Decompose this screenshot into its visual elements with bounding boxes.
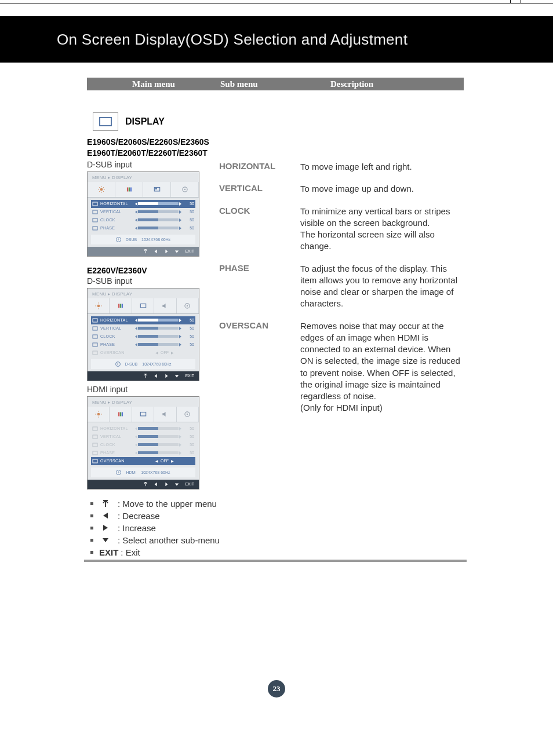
osd-screenshot-2: MENU ▸ DISPLAY HORIZONTAL50VERTICAL50CLO… [87, 288, 199, 381]
row-icon [92, 442, 98, 448]
row-value: 50 [184, 318, 194, 322]
svg-rect-10 [128, 187, 129, 191]
row-icon [92, 201, 98, 207]
svg-marker-43 [166, 374, 168, 378]
submenu-clock: CLOCK [219, 206, 300, 253]
row-slider [135, 427, 181, 430]
row-icon [92, 225, 98, 231]
osd-row: OVERSCAN◀OFF▶ [91, 457, 195, 465]
submenu-vertical: VERTICAL [219, 183, 300, 195]
svg-rect-51 [120, 412, 121, 416]
display-label: DISPLAY [125, 116, 165, 127]
svg-rect-36 [93, 319, 97, 322]
osd-row: CLOCK50 [91, 216, 195, 224]
legend-left-text: : Decrease [118, 510, 160, 522]
svg-marker-21 [155, 250, 157, 253]
row-value: 50 [184, 210, 194, 214]
osd-row: PHASE50 [91, 224, 195, 232]
svg-rect-30 [120, 304, 121, 308]
row-label: HORIZONTAL [100, 318, 133, 322]
row-label: CLOCK [100, 334, 133, 338]
svg-marker-44 [175, 375, 179, 377]
svg-point-45 [97, 412, 100, 415]
row-label: CLOCK [100, 443, 133, 447]
svg-marker-63 [155, 483, 157, 486]
row-slider [135, 218, 181, 221]
osd-row: PHASE50 [91, 449, 195, 457]
svg-line-5 [99, 187, 99, 188]
svg-rect-19 [93, 227, 97, 230]
down-arrow-icon [99, 536, 112, 544]
svg-marker-65 [175, 483, 179, 485]
svg-marker-33 [162, 304, 165, 308]
row-icon [92, 326, 98, 331]
volume-icon [154, 407, 176, 422]
svg-rect-50 [118, 412, 119, 416]
osd-row: VERTICAL50 [91, 208, 195, 216]
svg-marker-23 [175, 250, 179, 253]
osd-footer: EXIT [88, 371, 199, 381]
info-icon: i [115, 361, 121, 367]
desc-overscan: Removes noise that may occur at the edge… [300, 320, 463, 414]
row-label: VERTICAL [100, 326, 133, 330]
svg-point-15 [184, 189, 185, 190]
others-tab-icon [177, 298, 199, 313]
row-value: 50 [184, 326, 194, 330]
right-icon [164, 249, 169, 254]
row-slider [135, 335, 181, 338]
right-arrow-icon [99, 524, 112, 532]
row-icon [92, 317, 98, 323]
svg-rect-60 [93, 451, 97, 455]
svg-rect-16 [93, 202, 97, 206]
svg-point-0 [100, 188, 103, 191]
osd-screenshot-1: MENU ▸ DISPLAY HORIZONTAL50VERTICAL50CLO… [87, 171, 199, 257]
osd-row: VERTICAL50 [91, 433, 195, 441]
up-icon [143, 249, 148, 254]
svg-rect-59 [93, 443, 97, 447]
svg-rect-58 [93, 435, 97, 439]
svg-point-56 [187, 414, 188, 415]
row-icon [92, 209, 98, 215]
desc-vertical: To move image up and down. [300, 183, 463, 195]
legend-exit-label: EXIT [99, 546, 118, 558]
svg-rect-9 [126, 187, 128, 191]
osd-breadcrumb: MENU ▸ DISPLAY [88, 172, 199, 182]
model-list-1: E1960S/E2060S/E2260S/E2360S E1960T/E2060… [87, 137, 470, 159]
osd-row: CLOCK50 [91, 441, 195, 449]
display-tab-icon [132, 298, 154, 313]
svg-point-35 [187, 305, 188, 306]
legend-exit-text: : Exit [121, 546, 140, 558]
row-icon [92, 217, 98, 223]
svg-point-24 [97, 304, 100, 307]
osd-info-bar: i DSUB 1024X768 60Hz [91, 235, 195, 244]
row-label: HORIZONTAL [100, 426, 133, 430]
brightness-icon [88, 298, 110, 313]
col-main-menu: Main menu [87, 79, 220, 89]
svg-line-8 [103, 187, 103, 188]
osd-tab-row [88, 182, 199, 198]
color-icon [115, 182, 143, 197]
svg-marker-22 [166, 250, 168, 253]
row-value: 50 [184, 202, 194, 206]
display-tab-icon [143, 182, 171, 197]
svg-rect-31 [122, 304, 123, 308]
svg-marker-64 [166, 483, 168, 486]
row-label: PHASE [100, 226, 133, 230]
page-title-banner: On Screen Display(OSD) Selection and Adj… [0, 16, 553, 63]
osd-footer: EXIT [88, 480, 199, 489]
row-value: 50 [184, 218, 194, 222]
row-slider [135, 435, 181, 438]
row-slider [135, 443, 181, 446]
svg-rect-39 [93, 343, 97, 346]
row-value: 50 [184, 334, 194, 338]
svg-line-6 [103, 191, 103, 192]
svg-marker-54 [162, 412, 165, 417]
osd-row: HORIZONTAL50 [91, 316, 195, 324]
osd-row: VERTICAL50 [91, 324, 195, 333]
svg-rect-11 [130, 187, 131, 191]
row-value: 50 [184, 451, 194, 455]
others-tab-icon [171, 182, 199, 197]
row-icon [92, 342, 98, 348]
legend-right-text: : Increase [118, 522, 156, 534]
svg-rect-57 [93, 427, 97, 430]
